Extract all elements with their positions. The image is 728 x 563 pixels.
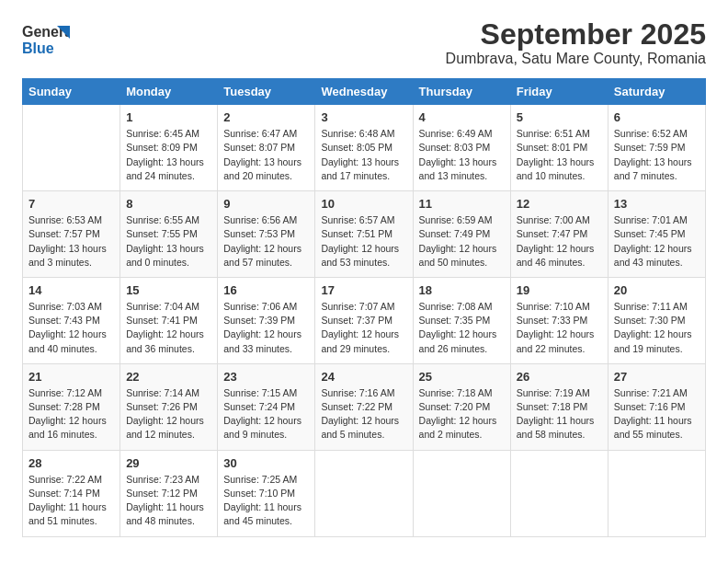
logo-icon: General Blue <box>22 18 70 59</box>
calendar-cell: 10Sunrise: 6:57 AM Sunset: 7:51 PM Dayli… <box>315 191 413 278</box>
page-header: General Blue September 2025 Dumbrava, Sa… <box>22 18 706 67</box>
day-info: Sunrise: 6:55 AM Sunset: 7:55 PM Dayligh… <box>126 213 211 270</box>
day-info: Sunrise: 7:04 AM Sunset: 7:41 PM Dayligh… <box>126 300 211 356</box>
day-number: 12 <box>517 197 602 211</box>
weekday-header-row: SundayMondayTuesdayWednesdayThursdayFrid… <box>23 79 706 105</box>
weekday-header-wednesday: Wednesday <box>315 79 413 105</box>
day-info: Sunrise: 6:45 AM Sunset: 8:09 PM Dayligh… <box>126 127 211 183</box>
calendar-cell: 1Sunrise: 6:45 AM Sunset: 8:09 PM Daylig… <box>120 105 218 191</box>
day-number: 10 <box>321 197 406 211</box>
day-info: Sunrise: 6:49 AM Sunset: 8:03 PM Dayligh… <box>419 127 505 183</box>
day-info: Sunrise: 7:22 AM Sunset: 7:14 PM Dayligh… <box>28 473 114 529</box>
calendar-cell <box>315 450 413 536</box>
day-number: 9 <box>223 197 309 211</box>
calendar-cell: 25Sunrise: 7:18 AM Sunset: 7:20 PM Dayli… <box>413 363 510 450</box>
day-number: 16 <box>223 283 309 297</box>
day-info: Sunrise: 7:08 AM Sunset: 7:35 PM Dayligh… <box>419 300 505 356</box>
calendar-week-row: 7Sunrise: 6:53 AM Sunset: 7:57 PM Daylig… <box>23 191 706 278</box>
day-info: Sunrise: 7:11 AM Sunset: 7:30 PM Dayligh… <box>614 300 700 356</box>
weekday-header-sunday: Sunday <box>23 79 120 105</box>
day-number: 8 <box>126 197 211 211</box>
weekday-header-friday: Friday <box>510 79 608 105</box>
day-number: 19 <box>517 283 602 297</box>
calendar-cell: 12Sunrise: 7:00 AM Sunset: 7:47 PM Dayli… <box>510 191 608 278</box>
calendar-cell: 18Sunrise: 7:08 AM Sunset: 7:35 PM Dayli… <box>413 277 510 363</box>
day-info: Sunrise: 7:14 AM Sunset: 7:26 PM Dayligh… <box>126 386 211 442</box>
day-number: 4 <box>419 110 505 124</box>
day-number: 7 <box>28 197 114 211</box>
day-info: Sunrise: 7:21 AM Sunset: 7:16 PM Dayligh… <box>614 386 700 442</box>
day-info: Sunrise: 6:56 AM Sunset: 7:53 PM Dayligh… <box>223 213 309 270</box>
calendar-cell: 28Sunrise: 7:22 AM Sunset: 7:14 PM Dayli… <box>23 450 120 536</box>
svg-text:Blue: Blue <box>22 40 54 56</box>
day-info: Sunrise: 7:03 AM Sunset: 7:43 PM Dayligh… <box>28 300 114 356</box>
calendar-cell: 27Sunrise: 7:21 AM Sunset: 7:16 PM Dayli… <box>608 363 705 450</box>
calendar-cell: 9Sunrise: 6:56 AM Sunset: 7:53 PM Daylig… <box>218 191 315 278</box>
day-number: 28 <box>28 456 114 470</box>
calendar-cell: 29Sunrise: 7:23 AM Sunset: 7:12 PM Dayli… <box>120 450 218 536</box>
day-number: 2 <box>223 110 309 124</box>
day-number: 5 <box>517 110 602 124</box>
day-number: 21 <box>28 370 114 384</box>
calendar-cell <box>23 105 120 191</box>
day-info: Sunrise: 6:47 AM Sunset: 8:07 PM Dayligh… <box>223 127 309 183</box>
calendar-title-block: September 2025 Dumbrava, Satu Mare Count… <box>446 18 706 67</box>
calendar-cell <box>510 450 608 536</box>
calendar-week-row: 28Sunrise: 7:22 AM Sunset: 7:14 PM Dayli… <box>23 450 706 536</box>
day-number: 22 <box>126 370 211 384</box>
day-info: Sunrise: 6:59 AM Sunset: 7:49 PM Dayligh… <box>419 213 505 270</box>
weekday-header-monday: Monday <box>120 79 218 105</box>
calendar-cell <box>413 450 510 536</box>
day-number: 14 <box>28 283 114 297</box>
calendar-cell: 5Sunrise: 6:51 AM Sunset: 8:01 PM Daylig… <box>510 105 608 191</box>
day-info: Sunrise: 7:12 AM Sunset: 7:28 PM Dayligh… <box>28 386 114 442</box>
day-number: 13 <box>614 197 700 211</box>
day-number: 1 <box>126 110 211 124</box>
day-number: 25 <box>419 370 505 384</box>
day-info: Sunrise: 7:06 AM Sunset: 7:39 PM Dayligh… <box>223 300 309 356</box>
day-info: Sunrise: 7:01 AM Sunset: 7:45 PM Dayligh… <box>614 213 700 270</box>
calendar-cell: 30Sunrise: 7:25 AM Sunset: 7:10 PM Dayli… <box>218 450 315 536</box>
calendar-cell: 13Sunrise: 7:01 AM Sunset: 7:45 PM Dayli… <box>608 191 705 278</box>
calendar-cell: 21Sunrise: 7:12 AM Sunset: 7:28 PM Dayli… <box>23 363 120 450</box>
day-number: 17 <box>321 283 406 297</box>
day-info: Sunrise: 6:52 AM Sunset: 7:59 PM Dayligh… <box>614 127 700 183</box>
calendar-week-row: 21Sunrise: 7:12 AM Sunset: 7:28 PM Dayli… <box>23 363 706 450</box>
day-number: 15 <box>126 283 211 297</box>
calendar-cell: 4Sunrise: 6:49 AM Sunset: 8:03 PM Daylig… <box>413 105 510 191</box>
day-number: 6 <box>614 110 700 124</box>
calendar-cell: 20Sunrise: 7:11 AM Sunset: 7:30 PM Dayli… <box>608 277 705 363</box>
day-info: Sunrise: 7:15 AM Sunset: 7:24 PM Dayligh… <box>223 386 309 442</box>
day-info: Sunrise: 6:57 AM Sunset: 7:51 PM Dayligh… <box>321 213 406 270</box>
calendar-location: Dumbrava, Satu Mare County, Romania <box>446 51 706 67</box>
calendar-month-year: September 2025 <box>446 18 706 51</box>
calendar-table: SundayMondayTuesdayWednesdayThursdayFrid… <box>22 78 706 536</box>
calendar-cell: 17Sunrise: 7:07 AM Sunset: 7:37 PM Dayli… <box>315 277 413 363</box>
calendar-cell: 24Sunrise: 7:16 AM Sunset: 7:22 PM Dayli… <box>315 363 413 450</box>
day-info: Sunrise: 7:10 AM Sunset: 7:33 PM Dayligh… <box>517 300 602 356</box>
calendar-cell <box>608 450 705 536</box>
day-number: 11 <box>419 197 505 211</box>
calendar-cell: 7Sunrise: 6:53 AM Sunset: 7:57 PM Daylig… <box>23 191 120 278</box>
calendar-cell: 22Sunrise: 7:14 AM Sunset: 7:26 PM Dayli… <box>120 363 218 450</box>
calendar-week-row: 14Sunrise: 7:03 AM Sunset: 7:43 PM Dayli… <box>23 277 706 363</box>
day-info: Sunrise: 7:16 AM Sunset: 7:22 PM Dayligh… <box>321 386 406 442</box>
day-info: Sunrise: 6:53 AM Sunset: 7:57 PM Dayligh… <box>28 213 114 270</box>
calendar-cell: 2Sunrise: 6:47 AM Sunset: 8:07 PM Daylig… <box>218 105 315 191</box>
day-info: Sunrise: 7:07 AM Sunset: 7:37 PM Dayligh… <box>321 300 406 356</box>
calendar-cell: 8Sunrise: 6:55 AM Sunset: 7:55 PM Daylig… <box>120 191 218 278</box>
day-number: 29 <box>126 456 211 470</box>
day-number: 27 <box>614 370 700 384</box>
day-number: 18 <box>419 283 505 297</box>
calendar-week-row: 1Sunrise: 6:45 AM Sunset: 8:09 PM Daylig… <box>23 105 706 191</box>
calendar-cell: 16Sunrise: 7:06 AM Sunset: 7:39 PM Dayli… <box>218 277 315 363</box>
day-info: Sunrise: 7:25 AM Sunset: 7:10 PM Dayligh… <box>223 473 309 529</box>
weekday-header-thursday: Thursday <box>413 79 510 105</box>
day-info: Sunrise: 7:18 AM Sunset: 7:20 PM Dayligh… <box>419 386 505 442</box>
day-info: Sunrise: 7:19 AM Sunset: 7:18 PM Dayligh… <box>517 386 602 442</box>
weekday-header-saturday: Saturday <box>608 79 705 105</box>
calendar-cell: 11Sunrise: 6:59 AM Sunset: 7:49 PM Dayli… <box>413 191 510 278</box>
calendar-cell: 3Sunrise: 6:48 AM Sunset: 8:05 PM Daylig… <box>315 105 413 191</box>
day-info: Sunrise: 6:48 AM Sunset: 8:05 PM Dayligh… <box>321 127 406 183</box>
day-info: Sunrise: 6:51 AM Sunset: 8:01 PM Dayligh… <box>517 127 602 183</box>
